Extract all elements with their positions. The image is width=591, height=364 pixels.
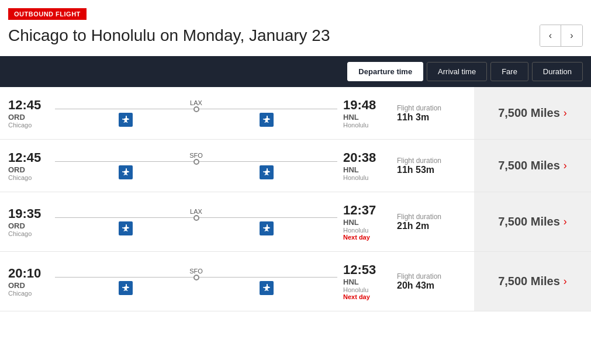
arrive-info: 19:48 HNL Honolulu bbox=[343, 98, 390, 129]
next-date-button[interactable]: › bbox=[561, 25, 582, 46]
miles-value: 7,500 Miles bbox=[498, 215, 560, 228]
stop-label: SFO bbox=[189, 268, 203, 275]
stop-label: LAX bbox=[190, 208, 202, 215]
route-line: LAX bbox=[55, 99, 337, 127]
miles-arrow-icon: › bbox=[564, 275, 567, 287]
airline-icons bbox=[55, 165, 337, 179]
origin-city: Chicago bbox=[8, 290, 49, 297]
duration-info: Flight duration 20h 43m bbox=[390, 272, 466, 291]
next-day-label: Next day bbox=[343, 293, 390, 300]
line-wrapper bbox=[55, 277, 337, 278]
airline-icons bbox=[55, 281, 337, 295]
arrive-time: 19:48 bbox=[343, 98, 390, 113]
stop-dot bbox=[193, 215, 199, 221]
fare-cell[interactable]: 7,500 Miles › bbox=[474, 252, 591, 311]
dest-city: Honolulu bbox=[343, 286, 390, 293]
airline-icon bbox=[119, 165, 133, 179]
miles-value: 7,500 Miles bbox=[498, 106, 560, 120]
next-day-label: Next day bbox=[343, 234, 390, 241]
duration-info: Flight duration 21h 2m bbox=[390, 213, 466, 231]
origin-city: Chicago bbox=[8, 174, 49, 181]
date-navigation: ‹ › bbox=[540, 25, 583, 47]
prev-date-button[interactable]: ‹ bbox=[540, 25, 561, 46]
sort-btn-departure-time[interactable]: Departure time bbox=[347, 62, 423, 81]
miles-value: 7,500 Miles bbox=[498, 275, 560, 288]
origin-city: Chicago bbox=[8, 230, 49, 237]
duration-info: Flight duration 11h 53m bbox=[390, 157, 466, 175]
sort-btn-arrival-time[interactable]: Arrival time bbox=[427, 62, 487, 81]
airline-icon bbox=[260, 113, 274, 127]
route-line: LAX bbox=[55, 208, 337, 235]
outbound-badge: OUTBOUND FLIGHT bbox=[8, 8, 87, 20]
flight-duration-label: Flight duration bbox=[397, 104, 466, 112]
flight-duration-label: Flight duration bbox=[397, 213, 466, 221]
arrive-time: 12:37 bbox=[343, 203, 390, 218]
dest-code: HNL bbox=[343, 218, 390, 227]
flight-info: 20:10 ORD Chicago SFO bbox=[0, 252, 474, 311]
depart-info: 19:35 ORD Chicago bbox=[8, 206, 49, 237]
flights-list: 12:45 ORD Chicago LAX bbox=[0, 87, 591, 311]
fare-cell[interactable]: 7,500 Miles › bbox=[474, 87, 591, 139]
flight-row: 19:35 ORD Chicago LAX bbox=[0, 192, 591, 252]
dest-city: Honolulu bbox=[343, 174, 390, 181]
line-wrapper bbox=[55, 217, 337, 218]
flight-row: 20:10 ORD Chicago SFO bbox=[0, 252, 591, 311]
airline-icon bbox=[260, 281, 274, 295]
line-wrapper bbox=[55, 109, 337, 109]
stop-dot bbox=[193, 106, 199, 112]
miles-arrow-icon: › bbox=[564, 107, 567, 119]
depart-info: 12:45 ORD Chicago bbox=[8, 150, 49, 181]
sort-btn-fare[interactable]: Fare bbox=[490, 62, 528, 81]
dest-city: Honolulu bbox=[343, 227, 390, 234]
airline-icon bbox=[119, 113, 133, 127]
route-line: SFO bbox=[55, 268, 337, 295]
airline-icon bbox=[260, 165, 274, 179]
stop-label: SFO bbox=[189, 152, 203, 159]
flight-info: 12:45 ORD Chicago SFO bbox=[0, 140, 474, 192]
page-title: Chicago to Honolulu on Monday, January 2… bbox=[8, 26, 330, 45]
sort-bar: Departure timeArrival timeFareDuration bbox=[0, 56, 591, 87]
flight-info: 12:45 ORD Chicago LAX bbox=[0, 87, 474, 139]
origin-code: ORD bbox=[8, 221, 49, 230]
flight-duration-label: Flight duration bbox=[397, 157, 466, 165]
arrive-info: 12:37 HNL Honolulu Next day bbox=[343, 203, 390, 241]
route-segment bbox=[55, 277, 337, 278]
flight-duration-value: 11h 3m bbox=[397, 112, 466, 123]
miles-value: 7,500 Miles bbox=[498, 159, 560, 172]
dest-code: HNL bbox=[343, 113, 390, 122]
arrive-info: 12:53 HNL Honolulu Next day bbox=[343, 262, 390, 300]
flight-duration-value: 20h 43m bbox=[397, 280, 466, 291]
depart-info: 20:10 ORD Chicago bbox=[8, 266, 49, 297]
origin-code: ORD bbox=[8, 165, 49, 174]
route-segment bbox=[55, 217, 337, 218]
fare-cell[interactable]: 7,500 Miles › bbox=[474, 140, 591, 192]
depart-time: 12:45 bbox=[8, 150, 49, 165]
origin-code: ORD bbox=[8, 281, 49, 290]
sort-btn-duration[interactable]: Duration bbox=[532, 62, 583, 81]
flight-row: 12:45 ORD Chicago LAX bbox=[0, 87, 591, 140]
flight-info: 19:35 ORD Chicago LAX bbox=[0, 192, 474, 251]
flight-duration-label: Flight duration bbox=[397, 272, 466, 280]
depart-time: 12:45 bbox=[8, 98, 49, 113]
airline-icon bbox=[119, 221, 133, 235]
dest-city: Honolulu bbox=[343, 122, 390, 129]
route-segment bbox=[55, 109, 337, 109]
airline-icon bbox=[260, 221, 274, 235]
depart-time: 19:35 bbox=[8, 206, 49, 221]
stop-label: LAX bbox=[190, 99, 202, 106]
arrive-time: 20:38 bbox=[343, 150, 390, 165]
flight-duration-value: 21h 2m bbox=[397, 221, 466, 231]
airline-icons bbox=[55, 221, 337, 235]
dest-code: HNL bbox=[343, 165, 390, 174]
origin-code: ORD bbox=[8, 113, 49, 122]
airline-icons bbox=[55, 113, 337, 127]
line-wrapper bbox=[55, 161, 337, 162]
depart-time: 20:10 bbox=[8, 266, 49, 281]
miles-arrow-icon: › bbox=[564, 216, 567, 228]
airline-icon bbox=[119, 281, 133, 295]
stop-dot bbox=[193, 159, 199, 165]
flight-duration-value: 11h 53m bbox=[397, 165, 466, 175]
fare-cell[interactable]: 7,500 Miles › bbox=[474, 192, 591, 251]
arrive-time: 12:53 bbox=[343, 262, 390, 278]
stop-dot bbox=[193, 275, 199, 280]
